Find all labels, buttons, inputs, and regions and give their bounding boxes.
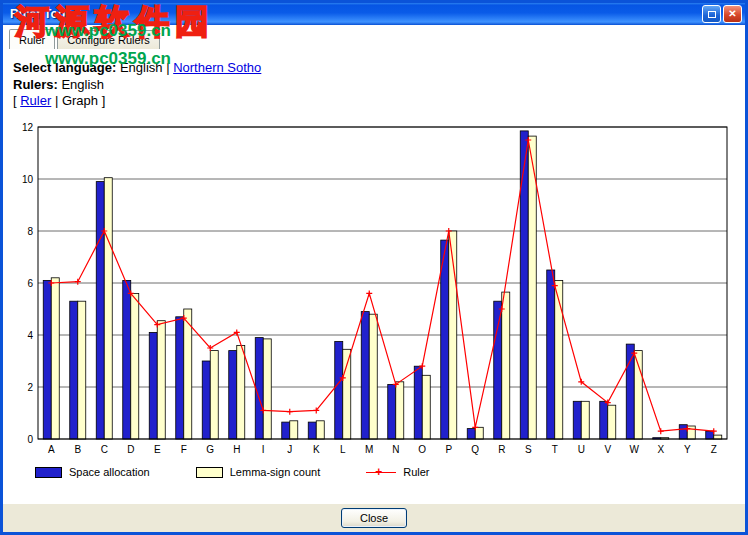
view-row: [ Ruler | Graph ] bbox=[13, 93, 261, 110]
svg-text:U: U bbox=[578, 444, 585, 455]
northern-sotho-link[interactable]: Northern Sotho bbox=[173, 60, 261, 75]
space-allocation-swatch bbox=[35, 467, 62, 478]
window-titlebar: Ruler Tool ✕ bbox=[3, 3, 745, 25]
svg-text:G: G bbox=[206, 444, 214, 455]
svg-text:10: 10 bbox=[22, 174, 34, 185]
svg-text:P: P bbox=[445, 444, 452, 455]
svg-text:O: O bbox=[418, 444, 426, 455]
maximize-icon bbox=[708, 11, 716, 18]
svg-text:D: D bbox=[127, 444, 134, 455]
window-title: Ruler Tool bbox=[10, 7, 702, 21]
ruler-tool-window: Ruler Tool ✕ Ruler Configure Rulers Sele… bbox=[0, 0, 748, 535]
svg-text:8: 8 bbox=[27, 226, 33, 237]
ruler-view-link[interactable]: Ruler bbox=[20, 93, 51, 108]
titlebar-buttons: ✕ bbox=[702, 5, 742, 23]
select-language-value: English | bbox=[116, 60, 173, 75]
svg-text:S: S bbox=[525, 444, 532, 455]
select-language-row: Select language: English | Northern Soth… bbox=[13, 60, 261, 77]
chart-legend: Space allocation Lemma-sign count Ruler bbox=[35, 466, 476, 478]
rulers-row: Rulers: English bbox=[13, 77, 261, 94]
svg-text:N: N bbox=[392, 444, 399, 455]
svg-text:V: V bbox=[604, 444, 611, 455]
svg-text:H: H bbox=[233, 444, 240, 455]
svg-text:0: 0 bbox=[27, 434, 33, 445]
client-area: Ruler Configure Rulers Select language: … bbox=[3, 25, 745, 504]
legend-item-lemma-sign-count: Lemma-sign count bbox=[196, 466, 321, 478]
legend-label: Ruler bbox=[403, 466, 429, 478]
maximize-button[interactable] bbox=[702, 5, 721, 23]
svg-text:C: C bbox=[101, 444, 108, 455]
svg-text:2: 2 bbox=[27, 382, 33, 393]
view-suffix: | Graph ] bbox=[51, 93, 105, 108]
lemma-sign-count-swatch bbox=[196, 467, 223, 478]
svg-text:I: I bbox=[262, 444, 265, 455]
close-window-button[interactable]: ✕ bbox=[723, 5, 742, 23]
svg-text:L: L bbox=[340, 444, 346, 455]
svg-text:W: W bbox=[630, 444, 640, 455]
svg-text:A: A bbox=[48, 444, 55, 455]
chart-svg: 024681012ABCDEFGHIJKLMNOPQRSTUVWXYZ bbox=[11, 113, 739, 461]
tab-ruler[interactable]: Ruler bbox=[9, 29, 55, 49]
legend-label: Space allocation bbox=[69, 466, 150, 478]
close-icon: ✕ bbox=[728, 6, 736, 22]
ruler-line-swatch bbox=[366, 467, 396, 478]
svg-text:T: T bbox=[552, 444, 558, 455]
legend-item-space-allocation: Space allocation bbox=[35, 466, 150, 478]
rulers-value: English bbox=[58, 77, 104, 92]
svg-text:Z: Z bbox=[711, 444, 717, 455]
chart: 024681012ABCDEFGHIJKLMNOPQRSTUVWXYZ bbox=[11, 113, 739, 461]
legend-item-ruler: Ruler bbox=[366, 466, 429, 478]
dialog-footer: Close bbox=[3, 504, 745, 532]
legend-label: Lemma-sign count bbox=[230, 466, 321, 478]
svg-text:K: K bbox=[313, 444, 320, 455]
svg-text:B: B bbox=[74, 444, 81, 455]
close-button[interactable]: Close bbox=[341, 508, 407, 528]
svg-text:R: R bbox=[498, 444, 505, 455]
svg-text:X: X bbox=[657, 444, 664, 455]
svg-text:4: 4 bbox=[27, 330, 33, 341]
select-language-label: Select language: bbox=[13, 60, 116, 75]
svg-text:F: F bbox=[181, 444, 187, 455]
svg-text:12: 12 bbox=[22, 122, 34, 133]
tab-configure-rulers[interactable]: Configure Rulers bbox=[57, 30, 160, 49]
info-text-block: Select language: English | Northern Soth… bbox=[13, 60, 261, 110]
tab-strip: Ruler Configure Rulers bbox=[9, 29, 162, 49]
svg-text:6: 6 bbox=[27, 278, 33, 289]
svg-text:Q: Q bbox=[471, 444, 479, 455]
rulers-label: Rulers: bbox=[13, 77, 58, 92]
svg-text:M: M bbox=[365, 444, 373, 455]
svg-text:J: J bbox=[287, 444, 292, 455]
svg-text:E: E bbox=[154, 444, 161, 455]
svg-text:Y: Y bbox=[684, 444, 691, 455]
